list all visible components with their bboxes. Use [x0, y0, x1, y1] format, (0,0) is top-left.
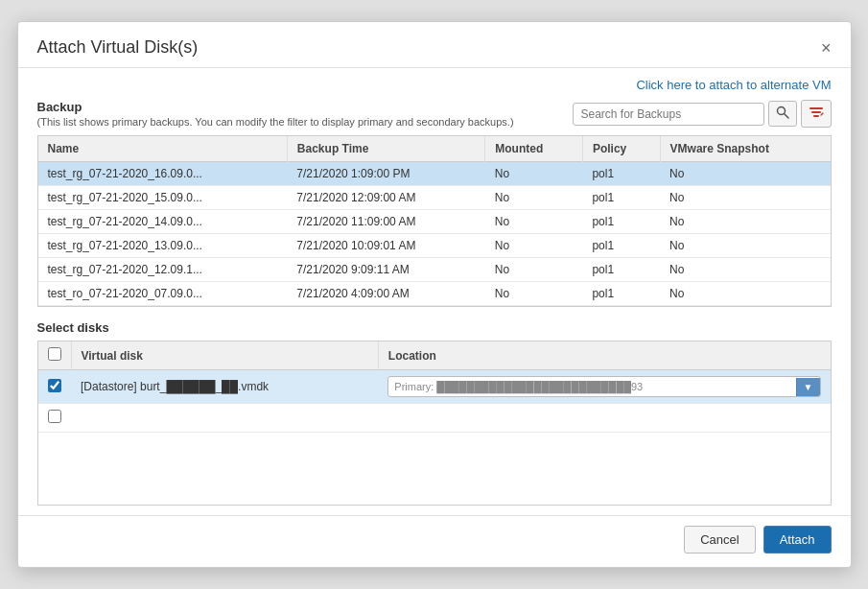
backup-table-row[interactable]: test_rg_07-21-2020_12.09.1... 7/21/2020 …	[38, 258, 831, 282]
search-input[interactable]	[573, 103, 764, 126]
backup-time: 7/21/2020 9:09:11 AM	[287, 258, 484, 282]
disks-table-wrapper: Virtual disk Location [Datastore] burt_█…	[37, 341, 832, 506]
backup-section-label: Backup	[37, 100, 514, 114]
svg-rect-2	[809, 107, 823, 109]
dialog-title: Attach Virtual Disk(s)	[37, 37, 199, 58]
filter-button[interactable]	[801, 100, 832, 128]
backup-time: 7/21/2020 11:09:00 AM	[287, 210, 484, 234]
backup-table-row[interactable]: test_rg_07-21-2020_15.09.0... 7/21/2020 …	[38, 186, 831, 210]
backup-time: 7/21/2020 10:09:01 AM	[287, 234, 484, 258]
backup-vmware-snapshot: No	[660, 282, 830, 306]
svg-rect-4	[813, 115, 819, 117]
top-link-row: Click here to attach to alternate VM	[37, 78, 832, 92]
backup-table-row[interactable]: test_ro_07-21-2020_07.09.0... 7/21/2020 …	[38, 282, 831, 306]
backup-policy: pol1	[582, 258, 660, 282]
cancel-button[interactable]: Cancel	[684, 526, 755, 554]
disk-checkbox-cell[interactable]	[38, 370, 72, 404]
disks-table-header-row: Virtual disk Location	[38, 342, 831, 370]
dialog-header: Attach Virtual Disk(s) ×	[18, 22, 851, 68]
backup-section-labels: Backup (This list shows primary backups.…	[37, 100, 514, 133]
backup-mounted: No	[485, 210, 583, 234]
col-mounted: Mounted	[485, 136, 583, 162]
backup-name: test_rg_07-21-2020_13.09.0...	[38, 234, 288, 258]
backup-mounted: No	[485, 258, 583, 282]
disk-virtual-disk: [Datastore] burt_██████_██.vmdk	[71, 370, 378, 404]
svg-line-1	[784, 114, 788, 119]
backup-policy: pol1	[582, 162, 660, 186]
backup-name: test_rg_07-21-2020_12.09.1...	[38, 258, 288, 282]
backup-time: 7/21/2020 12:09:00 AM	[287, 186, 484, 210]
svg-rect-3	[811, 111, 821, 113]
disk-table-row	[38, 404, 831, 433]
backup-time: 7/21/2020 1:09:00 PM	[287, 162, 484, 186]
backup-table-header-row: Name Backup Time Mounted Policy VMware S…	[38, 136, 831, 162]
backup-name: test_rg_07-21-2020_14.09.0...	[38, 210, 288, 234]
backup-name: test_rg_07-21-2020_15.09.0...	[38, 186, 288, 210]
backup-search-row	[573, 100, 832, 128]
backup-policy: pol1	[582, 282, 660, 306]
col-location: Location	[378, 342, 830, 370]
search-icon	[776, 106, 789, 119]
disks-table: Virtual disk Location [Datastore] burt_█…	[38, 342, 831, 433]
backup-mounted: No	[485, 234, 583, 258]
backup-name: test_ro_07-21-2020_07.09.0...	[38, 282, 288, 306]
backup-vmware-snapshot: No	[660, 258, 830, 282]
backup-policy: pol1	[582, 234, 660, 258]
backup-mounted: No	[485, 162, 583, 186]
backup-name: test_rg_07-21-2020_16.09.0...	[38, 162, 288, 186]
disk-checkbox[interactable]	[48, 379, 61, 392]
backup-table-row[interactable]: test_rg_07-21-2020_16.09.0... 7/21/2020 …	[38, 162, 831, 186]
location-dropdown-arrow[interactable]: ▼	[796, 378, 820, 396]
col-vmware-snapshot: VMware Snapshot	[660, 136, 830, 162]
backup-vmware-snapshot: No	[660, 210, 830, 234]
disk-location-cell: Primary: ██████████████████████████93 ▼	[378, 370, 830, 404]
backup-mounted: No	[485, 282, 583, 306]
select-disks-label: Select disks	[37, 320, 832, 335]
col-checkbox	[38, 342, 72, 370]
backup-section-sublabel: (This list shows primary backups. You ca…	[37, 116, 514, 128]
attach-virtual-disk-dialog: Attach Virtual Disk(s) × Click here to a…	[17, 21, 852, 568]
backup-time: 7/21/2020 4:09:00 AM	[287, 282, 484, 306]
disk-checkbox[interactable]	[48, 410, 61, 423]
backup-policy: pol1	[582, 186, 660, 210]
backup-table-row[interactable]: test_rg_07-21-2020_13.09.0... 7/21/2020 …	[38, 234, 831, 258]
backup-vmware-snapshot: No	[660, 186, 830, 210]
svg-line-5	[821, 113, 823, 115]
disk-location-text: Primary: ██████████████████████████93	[388, 377, 795, 396]
backup-table: Name Backup Time Mounted Policy VMware S…	[38, 136, 831, 306]
attach-alternate-vm-link[interactable]: Click here to attach to alternate VM	[636, 78, 831, 92]
dialog-footer: Cancel Attach	[18, 515, 851, 567]
backup-mounted: No	[485, 186, 583, 210]
col-backup-time: Backup Time	[287, 136, 484, 162]
backup-table-wrapper: Name Backup Time Mounted Policy VMware S…	[37, 135, 832, 307]
filter-icon	[809, 105, 824, 120]
col-name: Name	[38, 136, 288, 162]
col-virtual-disk: Virtual disk	[71, 342, 378, 370]
backup-vmware-snapshot: No	[660, 162, 830, 186]
disk-virtual-disk-empty	[71, 404, 378, 433]
dialog-body: Click here to attach to alternate VM Bac…	[18, 68, 851, 515]
close-button[interactable]: ×	[821, 39, 832, 57]
backup-section-header: Backup (This list shows primary backups.…	[37, 100, 832, 133]
backup-policy: pol1	[582, 210, 660, 234]
search-button[interactable]	[768, 101, 797, 127]
backup-vmware-snapshot: No	[660, 234, 830, 258]
disk-checkbox-cell[interactable]	[38, 404, 72, 433]
backup-table-row[interactable]: test_rg_07-21-2020_14.09.0... 7/21/2020 …	[38, 210, 831, 234]
disk-location-empty	[378, 404, 830, 433]
col-policy: Policy	[582, 136, 660, 162]
disk-table-row: [Datastore] burt_██████_██.vmdk Primary:…	[38, 370, 831, 404]
select-all-checkbox[interactable]	[48, 347, 61, 361]
attach-button[interactable]: Attach	[763, 526, 832, 554]
